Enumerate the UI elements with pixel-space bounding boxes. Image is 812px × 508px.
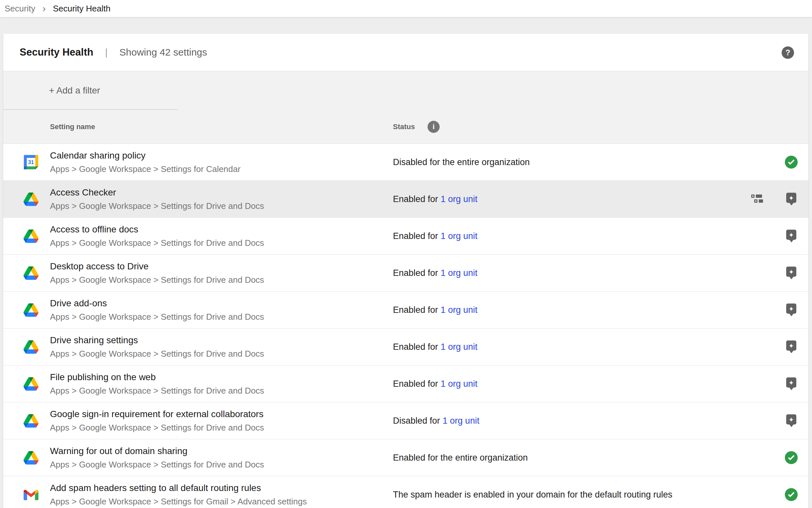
status-ok-check-icon — [784, 451, 798, 465]
status-text: Enabled for1 org unit — [393, 268, 478, 278]
setting-title: Access Checker — [50, 188, 264, 197]
settings-list: 31 Calendar sharing policy Apps > Google… — [3, 144, 808, 508]
calendar-app-icon: 31 — [24, 155, 38, 169]
recommendation-badge-icon[interactable]: ✦ — [786, 230, 796, 240]
page-title: Security Health — [19, 46, 93, 58]
recommendation-badge-icon[interactable]: ✦ — [786, 304, 796, 314]
setting-title: Access to offline docs — [50, 225, 264, 234]
setting-path: Apps > Google Workspace > Settings for D… — [50, 423, 264, 432]
setting-path: Apps > Google Workspace > Settings for C… — [50, 165, 240, 173]
settings-count: Showing 42 settings — [120, 47, 207, 58]
recommendation-badge-icon[interactable]: ✦ — [786, 378, 796, 388]
drive-app-icon-cell — [23, 376, 39, 391]
drive-app-icon — [23, 193, 39, 206]
drive-app-icon-cell — [23, 450, 39, 465]
table-row[interactable]: Desktop access to Drive Apps > Google Wo… — [3, 255, 808, 292]
setting-title: Calendar sharing policy — [50, 151, 240, 160]
table-row[interactable]: Warning for out of domain sharing Apps >… — [3, 439, 808, 476]
org-unit-link[interactable]: 1 org unit — [442, 416, 479, 426]
calendar-app-icon-cell: 31 — [23, 155, 39, 170]
org-unit-link[interactable]: 1 org unit — [441, 305, 478, 315]
table-header: Setting name Status i — [3, 110, 808, 144]
column-header-setting-name: Setting name — [50, 123, 95, 131]
status-text: Enabled for1 org unit — [393, 342, 478, 352]
status-text: Enabled for1 org unit — [393, 379, 478, 389]
org-unit-link[interactable]: 1 org unit — [441, 268, 478, 278]
drive-app-icon — [23, 377, 39, 391]
table-row[interactable]: Add spam headers setting to all default … — [3, 476, 808, 508]
status-ok-check-icon — [784, 488, 798, 502]
drive-app-icon-cell — [23, 265, 39, 281]
info-icon[interactable]: i — [428, 121, 440, 133]
help-icon[interactable]: ? — [782, 46, 794, 59]
filter-list-icon[interactable] — [23, 85, 35, 95]
status-text: Disabled for1 org unit — [393, 416, 479, 426]
recommendation-badge-icon[interactable]: ✦ — [786, 193, 796, 203]
setting-path: Apps > Google Workspace > Settings for D… — [50, 386, 264, 395]
table-row[interactable]: Access to offline docs Apps > Google Wor… — [3, 218, 808, 255]
status-text: Enabled for1 org unit — [393, 231, 478, 241]
status-text: Enabled for the entire organization — [393, 453, 528, 463]
table-row[interactable]: Drive add-ons Apps > Google Workspace > … — [3, 292, 808, 329]
setting-path: Apps > Google Workspace > Settings for D… — [50, 349, 264, 358]
title-divider: | — [105, 47, 108, 58]
drive-app-icon-cell — [23, 302, 39, 318]
setting-path: Apps > Google Workspace > Settings for D… — [50, 202, 264, 210]
status-ok-check-icon — [784, 156, 798, 169]
setting-path: Apps > Google Workspace > Settings for D… — [50, 239, 264, 247]
setting-title: Drive add-ons — [50, 299, 264, 308]
drive-app-icon — [23, 340, 39, 354]
table-row[interactable]: Drive sharing settings Apps > Google Wor… — [3, 329, 808, 366]
setting-title: Google sign-in requirement for external … — [50, 410, 264, 419]
drive-app-icon-cell — [23, 339, 39, 354]
setting-path: Apps > Google Workspace > Settings for D… — [50, 312, 264, 321]
status-text: The spam header is enabled in your domai… — [393, 490, 673, 500]
breadcrumb: Security › Security Health — [0, 0, 812, 17]
setting-title: Drive sharing settings — [50, 336, 264, 345]
svg-text:31: 31 — [28, 160, 34, 165]
filter-section: + Add a filter — [3, 71, 808, 110]
security-health-card: Security Health | Showing 42 settings ? … — [3, 34, 808, 508]
breadcrumb-parent-link[interactable]: Security — [5, 4, 35, 14]
table-row[interactable]: Google sign-in requirement for external … — [3, 403, 808, 439]
setting-title: Desktop access to Drive — [50, 262, 264, 271]
setting-title: Add spam headers setting to all default … — [50, 483, 307, 493]
card-header: Security Health | Showing 42 settings ? — [3, 34, 808, 71]
drive-app-icon — [23, 414, 39, 428]
recommendation-badge-icon[interactable]: ✦ — [786, 415, 796, 425]
breadcrumb-chevron-icon: › — [42, 4, 46, 13]
drive-app-icon-cell — [23, 228, 39, 244]
column-header-status: Status — [393, 123, 415, 131]
org-unit-link[interactable]: 1 org unit — [441, 342, 478, 352]
drive-app-icon — [23, 266, 39, 280]
add-filter-button[interactable]: + Add a filter — [49, 85, 100, 96]
status-text: Enabled for1 org unit — [393, 305, 478, 315]
recommendation-badge-icon[interactable]: ✦ — [786, 267, 796, 277]
recommendation-badge-icon[interactable]: ✦ — [786, 341, 796, 351]
drive-app-icon-cell — [23, 192, 39, 207]
breadcrumb-current: Security Health — [53, 4, 110, 14]
setting-path: Apps > Google Workspace > Settings for D… — [50, 276, 264, 284]
drive-app-icon — [23, 451, 39, 465]
drive-app-icon — [23, 229, 39, 243]
setting-title: Warning for out of domain sharing — [50, 447, 264, 456]
drive-app-icon-cell — [23, 413, 39, 428]
setting-title: File publishing on the web — [50, 373, 264, 382]
gmail-app-icon-cell — [23, 487, 39, 502]
drive-app-icon — [23, 303, 39, 317]
org-unit-link[interactable]: 1 org unit — [441, 231, 478, 241]
status-text: Enabled for1 org unit — [393, 194, 478, 204]
org-units-icon — [751, 195, 763, 204]
setting-path: Apps > Google Workspace > Settings for D… — [50, 460, 264, 469]
table-row[interactable]: 31 Calendar sharing policy Apps > Google… — [3, 144, 808, 181]
gmail-app-icon — [23, 489, 39, 500]
table-row[interactable]: Access Checker Apps > Google Workspace >… — [3, 181, 808, 218]
org-unit-link[interactable]: 1 org unit — [441, 194, 478, 204]
org-unit-link[interactable]: 1 org unit — [441, 379, 478, 389]
status-text: Disabled for the entire organization — [393, 157, 530, 167]
table-row[interactable]: File publishing on the web Apps > Google… — [3, 366, 808, 403]
setting-path: Apps > Google Workspace > Settings for G… — [50, 497, 307, 506]
